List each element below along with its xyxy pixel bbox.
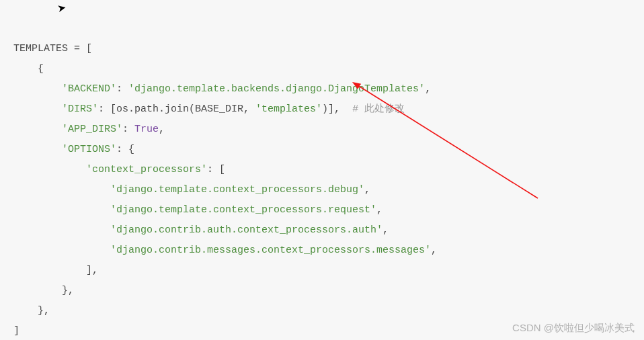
code-line: 'django.template.context_processors.requ… xyxy=(13,204,383,216)
code-line: ] xyxy=(13,325,19,337)
code-line: 'DIRS': [os.path.join(BASE_DIR, 'templat… xyxy=(13,103,405,115)
code-line: 'BACKEND': 'django.template.backends.dja… xyxy=(13,83,431,95)
code-line: 'django.contrib.messages.context_process… xyxy=(13,245,437,256)
code-line: }, xyxy=(13,285,74,296)
watermark: CSDN @饮啦但少喝冰美式 xyxy=(512,322,635,335)
code-line: 'context_processors': [ xyxy=(13,164,225,175)
code-line: 'django.template.context_processors.debu… xyxy=(13,184,370,196)
code-line: 'APP_DIRS': True, xyxy=(13,124,165,135)
code-line: 'django.contrib.auth.context_processors.… xyxy=(13,224,389,236)
code-line: }, xyxy=(13,305,50,316)
code-line: 'OPTIONS': { xyxy=(13,144,134,155)
code-line: ], xyxy=(13,265,98,276)
code-line: TEMPLATES = [ xyxy=(13,43,92,54)
code-line: { xyxy=(13,63,44,75)
code-block: TEMPLATES = [ { 'BACKEND': 'django.templ… xyxy=(0,0,644,340)
